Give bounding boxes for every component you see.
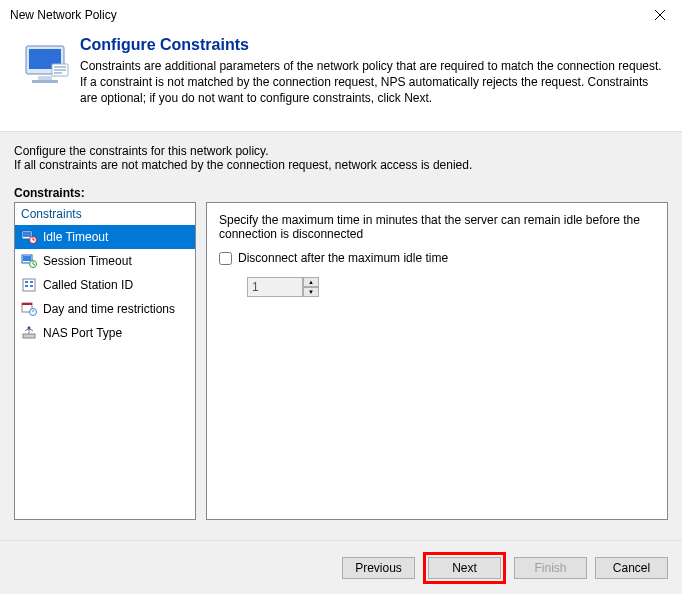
next-button-highlight: Next [423, 552, 506, 584]
titlebar: New Network Policy [0, 0, 682, 30]
svg-rect-26 [22, 303, 32, 305]
constraint-item-idle-timeout[interactable]: Idle Timeout [15, 225, 195, 249]
svg-rect-5 [32, 80, 58, 83]
svg-rect-4 [38, 76, 52, 80]
disconnect-checkbox-label: Disconnect after the maximum idle time [238, 251, 448, 265]
header-text: Configure Constraints Constraints are ad… [80, 36, 668, 119]
calendar-clock-icon [21, 301, 37, 317]
idle-time-input[interactable] [247, 277, 303, 297]
constraints-list-header: Constraints [15, 203, 195, 225]
close-icon [655, 10, 665, 20]
idle-timeout-icon [21, 229, 37, 245]
cancel-button[interactable]: Cancel [595, 557, 668, 579]
svg-rect-23 [25, 285, 28, 287]
constraint-item-day-time[interactable]: Day and time restrictions [15, 297, 195, 321]
constraint-item-label: Session Timeout [43, 254, 132, 268]
wizard-body: Configure the constraints for this netwo… [0, 132, 682, 520]
session-timeout-icon [21, 253, 37, 269]
constraint-item-label: NAS Port Type [43, 326, 122, 340]
nas-port-icon [21, 325, 37, 341]
header-heading: Configure Constraints [80, 36, 668, 54]
detail-description: Specify the maximum time in minutes that… [219, 213, 655, 241]
constraint-item-label: Idle Timeout [43, 230, 108, 244]
svg-rect-16 [23, 256, 31, 261]
svg-rect-21 [25, 281, 28, 283]
previous-button[interactable]: Previous [342, 557, 415, 579]
svg-rect-29 [23, 334, 35, 338]
constraint-detail-pane: Specify the maximum time in minutes that… [206, 202, 668, 520]
next-button[interactable]: Next [428, 557, 501, 579]
svg-rect-24 [30, 285, 33, 287]
finish-button: Finish [514, 557, 587, 579]
idle-time-spinner: ▲ ▼ [247, 277, 655, 297]
svg-rect-22 [30, 281, 33, 283]
policy-monitor-icon [22, 40, 72, 90]
constraints-listbox[interactable]: Constraints Idle Timeout Session Timeout… [14, 202, 196, 520]
constraints-label: Constraints: [14, 186, 668, 200]
svg-rect-11 [23, 232, 31, 237]
spinner-down-button[interactable]: ▼ [303, 287, 319, 297]
wizard-header: Configure Constraints Constraints are ad… [0, 30, 682, 132]
instruction-line-2: If all constraints are not matched by th… [14, 158, 668, 172]
constraint-item-label: Called Station ID [43, 278, 133, 292]
disconnect-checkbox[interactable] [219, 252, 232, 265]
svg-rect-20 [23, 279, 35, 291]
constraint-item-label: Day and time restrictions [43, 302, 175, 316]
wizard-footer: Previous Next Finish Cancel [0, 540, 682, 594]
constraint-item-session-timeout[interactable]: Session Timeout [15, 249, 195, 273]
window-title: New Network Policy [10, 8, 637, 22]
header-description: Constraints are additional parameters of… [80, 58, 668, 107]
spinner-up-button[interactable]: ▲ [303, 277, 319, 287]
constraint-item-called-station-id[interactable]: Called Station ID [15, 273, 195, 297]
close-button[interactable] [637, 0, 682, 30]
header-icon-container [14, 36, 80, 119]
called-station-icon [21, 277, 37, 293]
instruction-line-1: Configure the constraints for this netwo… [14, 144, 668, 158]
constraint-item-nas-port-type[interactable]: NAS Port Type [15, 321, 195, 345]
